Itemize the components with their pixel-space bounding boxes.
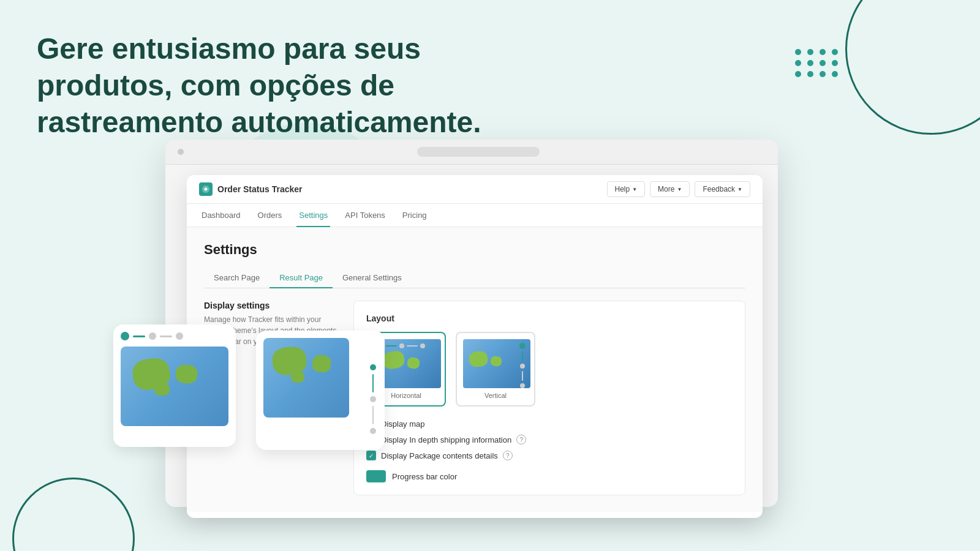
app-header: Order Status Tracker Help ▼ More ▼ Feedb… — [187, 175, 763, 204]
tab-pricing[interactable]: Pricing — [400, 204, 429, 227]
layout-options: Horizontal — [366, 332, 733, 407]
float-dot-3 — [176, 332, 183, 340]
vdot-3 — [370, 428, 376, 434]
settings-title: Settings — [204, 242, 745, 258]
brand-icon — [199, 182, 213, 196]
float-card-map — [121, 347, 228, 426]
display-settings-title: Display settings — [204, 301, 339, 310]
progress-color-swatch[interactable] — [366, 470, 386, 482]
checkbox-package-contents-label: Display Package contents details — [381, 451, 498, 460]
checkbox-display-map-label: Display map — [381, 419, 425, 429]
tab-orders[interactable]: Orders — [255, 204, 285, 227]
float-dot-active — [121, 332, 129, 340]
in-depth-info-icon[interactable]: ? — [516, 435, 526, 444]
checkbox-package-contents[interactable]: ✓ Display Package contents details ? — [366, 451, 733, 460]
browser-address-bar — [417, 147, 540, 157]
progress-color-row: Progress bar color — [366, 470, 733, 482]
help-button[interactable]: Help ▼ — [607, 181, 646, 197]
layout-title: Layout — [366, 313, 733, 323]
help-label: Help — [615, 185, 630, 193]
app-brand: Order Status Tracker — [199, 182, 303, 196]
float-card-horizontal — [113, 324, 236, 447]
vline-2 — [372, 406, 374, 424]
tab-search-page[interactable]: Search Page — [204, 268, 270, 288]
float-card-2-map — [263, 338, 349, 418]
settings-right-panel: Layout — [353, 301, 745, 495]
vertical-dots — [519, 343, 526, 388]
feedback-button[interactable]: Feedback ▼ — [695, 181, 750, 197]
package-contents-info-icon[interactable]: ? — [503, 451, 513, 460]
tab-result-page[interactable]: Result Page — [270, 268, 333, 288]
float-line-2 — [160, 335, 172, 337]
settings-tabs: Search Page Result Page General Settings — [204, 268, 745, 288]
vpin-top — [370, 364, 376, 370]
feedback-caret: ▼ — [737, 187, 742, 192]
vdot-2 — [370, 396, 376, 402]
checkbox-in-depth[interactable]: ✓ Display In depth shipping information … — [366, 435, 733, 444]
more-caret: ▼ — [677, 187, 682, 192]
vertical-label: Vertical — [463, 392, 528, 399]
header-actions: Help ▼ More ▼ Feedback ▼ — [607, 181, 751, 197]
more-button[interactable]: More ▼ — [650, 181, 690, 197]
decorative-circle-top-right — [845, 0, 980, 135]
browser-chrome — [165, 140, 778, 165]
checkbox-group: ✓ Display map ✓ Display In depth shippin… — [366, 419, 733, 460]
brand-name: Order Status Tracker — [217, 184, 303, 194]
tab-general-settings[interactable]: General Settings — [333, 268, 412, 288]
help-caret: ▼ — [632, 187, 637, 192]
checkbox-display-map[interactable]: ✓ Display map — [366, 419, 733, 429]
float-card-vertical — [256, 331, 385, 450]
checkbox-package-contents-box: ✓ — [366, 451, 376, 460]
layout-vertical-card[interactable]: Vertical — [456, 332, 535, 407]
vline-1 — [372, 374, 374, 392]
decorative-circle-bottom-left — [12, 478, 135, 551]
float-card-vertical-dots — [370, 364, 376, 434]
hero-text: Gere entusiasmo para seus produtos, com … — [37, 31, 496, 141]
progress-color-label: Progress bar color — [392, 472, 457, 481]
tab-settings[interactable]: Settings — [296, 204, 330, 227]
browser-dot-1 — [178, 149, 184, 155]
hero-line2: rastreamento automaticamente. — [37, 106, 481, 138]
float-card-dots — [121, 332, 228, 340]
dot-grid-decoration — [795, 49, 839, 77]
tab-dashboard[interactable]: Dashboard — [199, 204, 243, 227]
float-line — [133, 335, 145, 337]
more-label: More — [658, 185, 674, 193]
nav-tabs: Dashboard Orders Settings API Tokens Pri… — [187, 204, 763, 227]
float-dot-2 — [149, 332, 156, 340]
hero-line1: Gere entusiasmo para seus produtos, com … — [37, 32, 421, 102]
feedback-label: Feedback — [703, 185, 735, 193]
tab-api-tokens[interactable]: API Tokens — [342, 204, 388, 227]
checkbox-in-depth-label: Display In depth shipping information — [381, 435, 511, 444]
layout-vertical-preview — [463, 339, 530, 388]
